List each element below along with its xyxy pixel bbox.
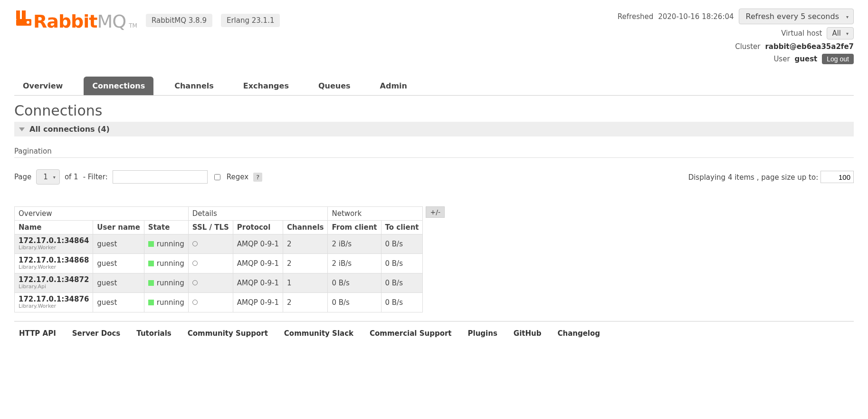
cell-protocol: AMQP 0-9-1: [233, 292, 283, 312]
filter-input[interactable]: [113, 170, 208, 184]
cell-protocol: AMQP 0-9-1: [233, 253, 283, 273]
cell-channels: 2: [283, 234, 328, 254]
table-row[interactable]: 172.17.0.1:34864Library.Workerguestrunni…: [15, 234, 423, 254]
cell-user: guest: [93, 253, 144, 273]
cell-protocol: AMQP 0-9-1: [233, 234, 283, 254]
cell-user: guest: [93, 292, 144, 312]
page-current: 1: [43, 173, 48, 181]
status-running-icon: [148, 280, 154, 286]
col-group-network: Network: [328, 207, 423, 221]
table-row[interactable]: 172.17.0.1:34876Library.Workerguestrunni…: [15, 292, 423, 312]
footer-http-api[interactable]: HTTP API: [19, 329, 56, 338]
refreshed-label: Refreshed: [618, 12, 653, 21]
cell-to: 0 B/s: [381, 253, 423, 273]
regex-help[interactable]: ?: [253, 173, 262, 182]
footer-server-docs[interactable]: Server Docs: [72, 329, 121, 338]
connections-table-wrap: Overview Details Network Name User name …: [14, 206, 854, 312]
cell-to: 0 B/s: [381, 292, 423, 312]
cluster-label: Cluster: [735, 42, 760, 51]
table-row[interactable]: 172.17.0.1:34868Library.Workerguestrunni…: [15, 253, 423, 273]
circle-icon: [192, 300, 198, 305]
cell-state: running: [144, 253, 188, 273]
cell-ssl: [188, 253, 233, 273]
refreshed-timestamp: 2020-10-16 18:26:04: [658, 12, 734, 21]
refresh-interval-select[interactable]: Refresh every 5 seconds ▾: [739, 9, 854, 24]
cluster-value: rabbit@eb6ea35a2fe7: [765, 42, 854, 51]
cell-state: running: [144, 292, 188, 312]
logo-part2: MQ: [97, 11, 126, 32]
tab-connections[interactable]: Connections: [84, 77, 153, 95]
col-state[interactable]: State: [144, 221, 188, 234]
cell-channels: 2: [283, 253, 328, 273]
section-all-connections[interactable]: All connections (4): [14, 122, 854, 136]
table-row[interactable]: 172.17.0.1:34872Library.ApiguestrunningA…: [15, 273, 423, 292]
header: RabbitMQ TM RabbitMQ 3.8.9 Erlang 23.1.1…: [14, 0, 854, 67]
footer-tutorials[interactable]: Tutorials: [136, 329, 171, 338]
footer-github[interactable]: GitHub: [514, 329, 542, 338]
col-to[interactable]: To client: [381, 221, 423, 234]
chevron-down-icon: ▾: [846, 31, 849, 36]
page-size-input[interactable]: [820, 171, 854, 183]
cell-ssl: [188, 292, 233, 312]
user-label: User: [773, 55, 790, 63]
tab-exchanges[interactable]: Exchanges: [235, 77, 297, 95]
col-channels[interactable]: Channels: [283, 221, 328, 234]
rabbitmq-version-badge: RabbitMQ 3.8.9: [146, 14, 212, 27]
tab-admin[interactable]: Admin: [372, 77, 416, 95]
columns-toggle-button[interactable]: +/-: [426, 206, 445, 218]
col-name[interactable]: Name: [15, 221, 93, 234]
rabbitmq-icon: [14, 9, 33, 28]
status-running-icon: [148, 300, 154, 305]
svg-rect-1: [22, 10, 26, 19]
pagination-left: Page 1 ▾ of 1 - Filter: Regex ?: [14, 169, 262, 185]
cell-user: guest: [93, 234, 144, 254]
header-left: RabbitMQ TM RabbitMQ 3.8.9 Erlang 23.1.1: [14, 9, 280, 32]
col-from[interactable]: From client: [328, 221, 381, 234]
regex-checkbox[interactable]: [214, 174, 220, 180]
cell-user: guest: [93, 273, 144, 292]
logo-part1: Rabbit: [33, 11, 97, 32]
status-running-icon: [148, 241, 154, 247]
footer-commercial-support[interactable]: Commercial Support: [370, 329, 452, 338]
logout-button[interactable]: Log out: [822, 54, 854, 64]
footer-links: HTTP API Server Docs Tutorials Community…: [14, 321, 854, 357]
page-select[interactable]: 1 ▾: [36, 169, 60, 185]
cell-name[interactable]: 172.17.0.1:34876Library.Worker: [15, 292, 93, 312]
chevron-down-icon: ▾: [53, 175, 56, 180]
cell-from: 0 B/s: [328, 292, 381, 312]
status-running-icon: [148, 261, 154, 266]
cell-channels: 2: [283, 292, 328, 312]
cell-protocol: AMQP 0-9-1: [233, 273, 283, 292]
connections-table: Overview Details Network Name User name …: [14, 206, 423, 312]
cell-name[interactable]: 172.17.0.1:34872Library.Api: [15, 273, 93, 292]
col-group-overview: Overview: [15, 207, 189, 221]
col-user[interactable]: User name: [93, 221, 144, 234]
cell-name[interactable]: 172.17.0.1:34864Library.Worker: [15, 234, 93, 254]
filter-label: - Filter:: [83, 173, 108, 181]
refresh-interval-value: Refresh every 5 seconds: [746, 12, 839, 21]
cell-to: 0 B/s: [381, 234, 423, 254]
vhost-select[interactable]: All ▾: [827, 27, 854, 39]
cell-name[interactable]: 172.17.0.1:34868Library.Worker: [15, 253, 93, 273]
footer-community-slack[interactable]: Community Slack: [284, 329, 353, 338]
tab-overview[interactable]: Overview: [14, 77, 71, 95]
col-ssl[interactable]: SSL / TLS: [188, 221, 233, 234]
tab-queues[interactable]: Queues: [310, 77, 359, 95]
circle-icon: [192, 241, 198, 246]
cell-to: 0 B/s: [381, 273, 423, 292]
col-protocol[interactable]: Protocol: [233, 221, 283, 234]
footer-plugins[interactable]: Plugins: [468, 329, 497, 338]
cell-ssl: [188, 273, 233, 292]
triangle-down-icon: [19, 127, 25, 131]
circle-icon: [192, 280, 198, 285]
footer-community-support[interactable]: Community Support: [188, 329, 268, 338]
footer-changelog[interactable]: Changelog: [557, 329, 600, 338]
main-tabs: Overview Connections Channels Exchanges …: [14, 77, 854, 96]
cell-state: running: [144, 234, 188, 254]
pagination-right: Displaying 4 items , page size up to:: [688, 171, 854, 183]
cell-state: running: [144, 273, 188, 292]
logo[interactable]: RabbitMQ TM: [14, 9, 137, 32]
display-count-text: Displaying 4 items , page size up to:: [688, 173, 819, 182]
page-label: Page: [14, 173, 31, 181]
tab-channels[interactable]: Channels: [166, 77, 222, 95]
